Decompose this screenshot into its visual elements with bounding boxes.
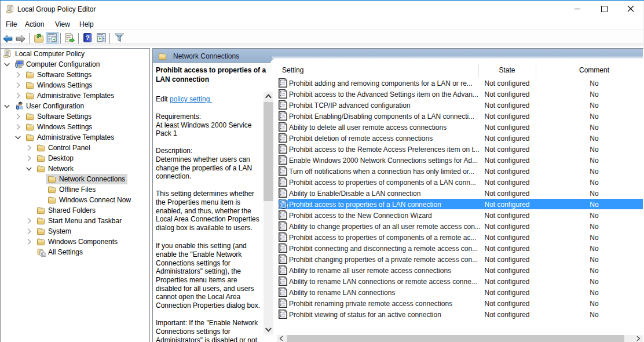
svg-text:?: ? [86,34,90,41]
